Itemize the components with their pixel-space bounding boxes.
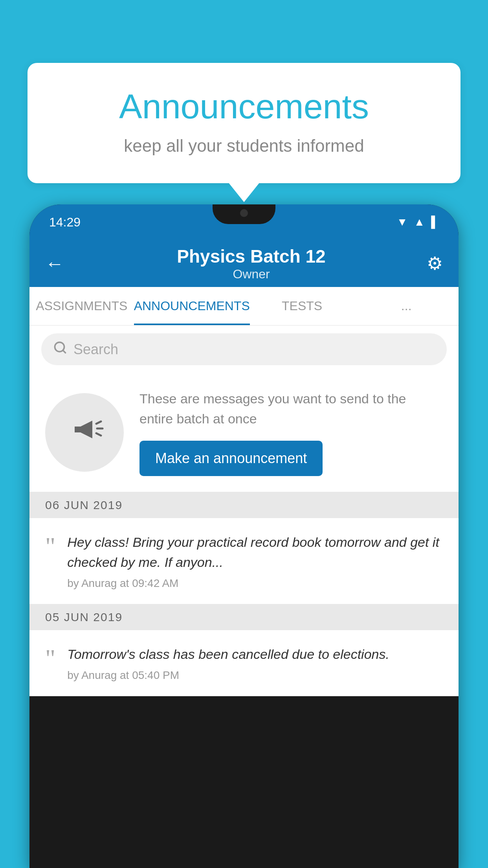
bubble-title: Announcements xyxy=(59,86,429,127)
search-placeholder: Search xyxy=(73,341,118,358)
message-content-1: Hey class! Bring your practical record b… xyxy=(67,532,443,590)
bubble-subtitle: keep all your students informed xyxy=(59,136,429,156)
message-text-1: Hey class! Bring your practical record b… xyxy=(67,532,443,572)
battery-icon: ▌ xyxy=(431,216,439,228)
message-content-2: Tomorrow's class has been cancelled due … xyxy=(67,644,443,682)
tab-more[interactable]: ... xyxy=(354,287,459,325)
svg-line-1 xyxy=(63,350,66,353)
date-separator-1: 06 JUN 2019 xyxy=(29,492,459,518)
camera-dot xyxy=(240,209,248,217)
megaphone-icon xyxy=(65,409,104,456)
svg-line-2 xyxy=(96,421,101,424)
tab-tests[interactable]: TESTS xyxy=(250,287,354,325)
settings-icon[interactable]: ⚙ xyxy=(427,253,443,274)
announcement-item-1: " Hey class! Bring your practical record… xyxy=(29,518,459,604)
megaphone-circle xyxy=(45,393,124,472)
status-bar: 14:29 ▼ ▲ ▌ xyxy=(29,204,459,240)
search-bar[interactable]: Search xyxy=(41,333,447,365)
tab-assignments[interactable]: ASSIGNMENTS xyxy=(29,287,134,325)
message-meta-1: by Anurag at 09:42 AM xyxy=(67,577,443,590)
signal-icon: ▲ xyxy=(414,216,425,228)
search-icon xyxy=(53,340,67,358)
header-center: Physics Batch 12 Owner xyxy=(76,246,427,281)
header-title: Physics Batch 12 xyxy=(76,246,427,267)
message-meta-2: by Anurag at 05:40 PM xyxy=(67,669,443,682)
header-subtitle: Owner xyxy=(76,267,427,281)
quote-icon-1: " xyxy=(45,536,55,556)
prompt-right: These are messages you want to send to t… xyxy=(139,389,443,476)
back-button[interactable]: ← xyxy=(45,253,64,274)
announcement-prompt: These are messages you want to send to t… xyxy=(29,373,459,492)
quote-icon-2: " xyxy=(45,648,55,668)
date-separator-2: 05 JUN 2019 xyxy=(29,604,459,630)
svg-line-4 xyxy=(96,433,101,436)
announcement-item-2: " Tomorrow's class has been cancelled du… xyxy=(29,630,459,696)
speech-bubble-section: Announcements keep all your students inf… xyxy=(28,63,460,183)
status-icons: ▼ ▲ ▌ xyxy=(397,216,439,228)
make-announcement-button[interactable]: Make an announcement xyxy=(139,441,323,476)
message-text-2: Tomorrow's class has been cancelled due … xyxy=(67,644,443,664)
tab-announcements[interactable]: ANNOUNCEMENTS xyxy=(134,287,250,325)
notch xyxy=(213,204,275,224)
phone-frame: 14:29 ▼ ▲ ▌ ← Physics Batch 12 Owner ⚙ A… xyxy=(29,204,459,868)
prompt-text: These are messages you want to send to t… xyxy=(139,389,443,429)
speech-bubble: Announcements keep all your students inf… xyxy=(28,63,460,183)
search-container: Search xyxy=(29,326,459,373)
wifi-icon: ▼ xyxy=(397,216,408,228)
app-header: ← Physics Batch 12 Owner ⚙ xyxy=(29,240,459,287)
tabs-bar: ASSIGNMENTS ANNOUNCEMENTS TESTS ... xyxy=(29,287,459,326)
